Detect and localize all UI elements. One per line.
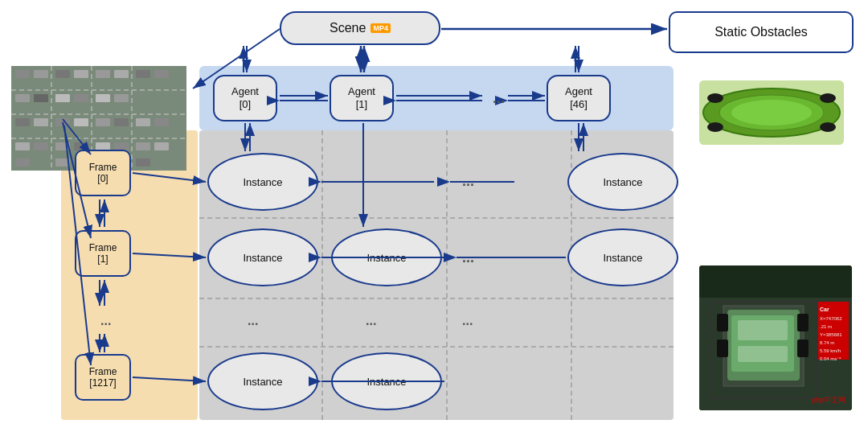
agent-dots: ... [493, 90, 505, 107]
mp4-badge: MP4 [371, 23, 391, 33]
scene-label: Scene [330, 21, 366, 35]
svg-point-49 [820, 122, 836, 132]
svg-rect-32 [55, 142, 70, 150]
dashed-line-h1 [199, 217, 674, 219]
svg-rect-17 [114, 70, 129, 78]
svg-rect-21 [114, 94, 129, 102]
svg-rect-10 [55, 70, 70, 78]
svg-rect-25 [74, 118, 88, 126]
frame-dots: ... [100, 314, 111, 328]
svg-text:0.04 ms⁻²: 0.04 ms⁻² [820, 356, 841, 361]
svg-rect-26 [96, 118, 110, 126]
svg-rect-14 [55, 94, 70, 102]
svg-rect-28 [136, 118, 150, 126]
svg-rect-38 [15, 158, 30, 167]
row0-dots: ... [462, 173, 474, 190]
svg-rect-58 [717, 340, 728, 357]
svg-rect-11 [74, 70, 88, 78]
svg-rect-13 [34, 94, 48, 102]
car-topview [699, 80, 844, 145]
svg-rect-20 [96, 94, 110, 102]
svg-rect-31 [34, 142, 48, 150]
svg-text:5.59 km/h: 5.59 km/h [820, 348, 841, 353]
svg-rect-55 [738, 320, 788, 340]
svg-point-47 [707, 122, 723, 132]
instance-r3c0: Instance [207, 352, 318, 410]
svg-point-48 [820, 93, 836, 103]
car-detection-inner: Car X=747062 .21 m Y=385681 8.74 m 5.59 … [699, 265, 852, 410]
svg-rect-23 [34, 118, 48, 126]
scene-box: Scene MP4 [280, 11, 440, 45]
frame-1217-label: Frame[1217] [89, 366, 117, 389]
frame-1217-box: Frame[1217] [75, 354, 131, 401]
instance-r1c3: Instance [567, 228, 678, 286]
svg-rect-59 [797, 314, 809, 331]
svg-rect-16 [96, 70, 110, 78]
frame-0-box: Frame[0] [75, 150, 131, 196]
agent-1-label: Agent[1] [348, 85, 375, 110]
col2-dots: ... [462, 314, 473, 328]
svg-rect-39 [55, 158, 70, 167]
svg-rect-36 [136, 142, 150, 150]
svg-rect-15 [74, 94, 88, 102]
dashed-line-v2 [446, 130, 448, 420]
svg-text:X=747062: X=747062 [820, 316, 842, 321]
svg-rect-22 [15, 118, 30, 126]
col1-dots: ... [366, 314, 376, 328]
svg-rect-30 [15, 142, 30, 150]
svg-point-45 [731, 100, 812, 126]
dashed-line-h3 [199, 346, 674, 348]
svg-rect-27 [114, 118, 129, 126]
instance-r3c1: Instance [331, 352, 442, 410]
agent-0-label: Agent[0] [231, 85, 259, 110]
frame-1-box: Frame[1] [75, 230, 131, 277]
static-obstacles-label: Static Obstacles [714, 25, 808, 39]
svg-rect-9 [34, 70, 48, 78]
agent-0-box: Agent[0] [213, 75, 277, 121]
svg-rect-37 [154, 142, 169, 150]
main-container: Scene MP4 Static Obstacles [0, 0, 868, 428]
static-obstacles-box: Static Obstacles [669, 11, 854, 53]
instance-r0c0: Instance [207, 153, 318, 211]
svg-text:8.74 m: 8.74 m [820, 340, 834, 345]
frame-1-label: Frame[1] [89, 242, 117, 265]
svg-rect-18 [136, 70, 150, 78]
svg-rect-60 [797, 340, 809, 357]
svg-rect-56 [738, 346, 788, 362]
svg-text:.21 m: .21 m [820, 324, 832, 329]
svg-rect-41 [136, 158, 150, 167]
agent-46-label: Agent[46] [565, 85, 592, 110]
svg-text:php中文网: php中文网 [812, 396, 845, 404]
svg-point-46 [707, 93, 723, 103]
svg-rect-8 [15, 70, 30, 78]
col0-dots: ... [248, 314, 258, 328]
dashed-line-h2 [199, 298, 674, 299]
svg-text:Car: Car [820, 307, 829, 312]
car-detection: Car X=747062 .21 m Y=385681 8.74 m 5.59 … [699, 265, 852, 410]
row1-dots: ... [462, 249, 474, 266]
svg-rect-29 [154, 118, 169, 126]
instance-r1c1: Instance [331, 228, 442, 286]
svg-rect-24 [55, 118, 70, 126]
agent-46-box: Agent[46] [547, 75, 611, 121]
svg-rect-12 [15, 94, 30, 102]
instance-r0c3: Instance [567, 153, 678, 211]
svg-text:Y=385681: Y=385681 [820, 332, 842, 337]
agent-1-box: Agent[1] [330, 75, 394, 121]
instance-r1c0: Instance [207, 228, 318, 286]
svg-rect-57 [717, 314, 728, 331]
svg-rect-19 [154, 70, 169, 78]
dashed-line-v1 [321, 130, 323, 420]
frame-0-label: Frame[0] [89, 162, 117, 185]
